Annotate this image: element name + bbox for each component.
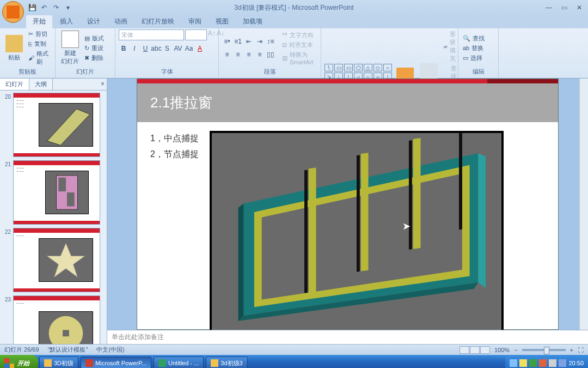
thumb-item[interactable]: 20 • ——• ——• —— <box>2 93 105 157</box>
tray-clock[interactable]: 20:50 <box>568 360 584 366</box>
indent-inc-icon[interactable]: ⇥ <box>255 37 265 46</box>
slide-title[interactable]: 2.1推拉窗 <box>150 93 545 112</box>
shadow-icon[interactable]: S <box>162 44 172 53</box>
align-right-icon[interactable]: ≡ <box>244 50 254 59</box>
status-template: "默认设计模板" <box>48 346 88 354</box>
columns-icon[interactable]: ▯▯ <box>266 50 275 59</box>
zoom-level[interactable]: 100% <box>494 347 510 353</box>
svg-rect-3 <box>67 192 75 206</box>
strikethrough-icon[interactable]: abc <box>151 44 161 53</box>
status-language: 中文(中国) <box>96 346 124 354</box>
tab-view[interactable]: 视图 <box>209 15 235 28</box>
thumbs-tab-slides[interactable]: 幻灯片 <box>0 79 29 90</box>
close-icon[interactable]: ✕ <box>573 3 586 12</box>
layout-button[interactable]: ▤版式 <box>83 34 105 43</box>
zoom-out-icon[interactable]: − <box>514 347 517 353</box>
thumbs-close-icon[interactable]: × <box>101 80 105 88</box>
view-sorter-icon[interactable] <box>470 346 480 354</box>
thumbs-tab-outline[interactable]: 大纲 <box>29 79 53 90</box>
find-button[interactable]: 🔍查找 <box>462 34 486 43</box>
taskbar-item[interactable]: Microsoft PowerP... <box>81 357 151 368</box>
delete-button[interactable]: ✖删除 <box>83 53 105 63</box>
office-button[interactable] <box>2 1 24 23</box>
slide-editor[interactable]: 2.1推拉窗 1，中点捕捉 2，节点捕捉 <box>137 79 559 330</box>
qat-undo-icon[interactable]: ↶ <box>39 3 49 13</box>
fit-window-icon[interactable]: ⛶ <box>578 347 584 353</box>
reset-button[interactable]: ↻重设 <box>83 44 105 53</box>
zoom-in-icon[interactable]: + <box>570 347 573 353</box>
cut-icon: ✂ <box>28 31 33 38</box>
thumb-item[interactable]: 21 • ——• —— <box>2 160 105 225</box>
cut-button[interactable]: ✂剪切 <box>27 29 52 39</box>
italic-icon[interactable]: I <box>130 44 139 53</box>
clipboard-group-label: 剪贴板 <box>3 67 52 77</box>
tab-insert[interactable]: 插入 <box>53 15 79 28</box>
select-button[interactable]: ▭选择 <box>462 53 486 63</box>
convert-smartart-button[interactable]: ▥转换为 SmartArt <box>281 50 317 66</box>
taskbar-item[interactable]: 3d初级3 <box>206 357 247 368</box>
indent-dec-icon[interactable]: ⇤ <box>244 37 254 46</box>
tab-home[interactable]: 开始 <box>26 15 52 28</box>
view-slideshow-icon[interactable] <box>480 346 490 354</box>
bold-icon[interactable]: B <box>119 44 128 53</box>
font-size-select[interactable] <box>185 29 207 40</box>
qat-redo-icon[interactable]: ↷ <box>51 3 61 13</box>
font-color-icon[interactable]: A <box>195 44 205 53</box>
paste-button[interactable]: 粘贴 <box>3 34 25 63</box>
qat-save-icon[interactable]: 💾 <box>27 3 37 13</box>
bullets-icon[interactable]: ≡• <box>222 37 232 46</box>
slide-bullets[interactable]: 1，中点捕捉 2，节点捕捉 <box>150 131 199 330</box>
start-button[interactable]: 开始 <box>0 355 38 368</box>
numbering-icon[interactable]: ≡1 <box>233 37 243 46</box>
slide-3d-render[interactable]: ➤ <box>210 131 504 330</box>
tray-icon[interactable] <box>510 359 517 367</box>
text-direction-icon: ᴬᴮ <box>282 32 287 39</box>
notes-pane[interactable]: 单击此处添加备注 <box>107 330 588 344</box>
thumbs-list[interactable]: 20 • ——• ——• —— 21 • ——• —— <box>0 91 107 344</box>
tab-addins[interactable]: 加载项 <box>236 15 269 28</box>
maximize-icon[interactable]: ▭ <box>558 3 571 12</box>
align-text-button[interactable]: ⊟对齐文本 <box>281 40 317 50</box>
tray-icon[interactable] <box>539 359 547 367</box>
svg-rect-19 <box>459 133 462 230</box>
tray-icon[interactable] <box>519 359 527 367</box>
format-painter-button[interactable]: 🖌格式刷 <box>27 49 52 67</box>
grow-font-icon[interactable]: A↑ <box>208 29 216 40</box>
text-direction-button[interactable]: ᴬᴮ文字方向 <box>281 31 317 40</box>
tray-icon[interactable] <box>559 359 566 367</box>
tray-icon[interactable] <box>549 359 556 367</box>
font-name-select[interactable]: 宋体 <box>119 29 184 40</box>
justify-icon[interactable]: ≡ <box>255 50 265 59</box>
view-normal-icon[interactable] <box>460 346 469 354</box>
replace-button[interactable]: ab替换 <box>462 44 486 53</box>
shape-fill-button[interactable]: ▰形状填充 <box>442 29 458 63</box>
minimize-icon[interactable]: — <box>542 3 555 12</box>
tab-slideshow[interactable]: 幻灯片放映 <box>135 15 181 28</box>
svg-rect-18 <box>409 140 412 250</box>
tab-review[interactable]: 审阅 <box>182 15 208 28</box>
status-slide-count: 幻灯片 26/69 <box>4 346 39 354</box>
taskbar-item[interactable]: 3D初级 <box>39 357 78 368</box>
new-slide-button[interactable]: 新建 幻灯片 <box>59 29 81 67</box>
linespacing-icon[interactable]: ↕≡ <box>266 37 275 46</box>
layout-icon: ▤ <box>84 35 90 42</box>
thumb-item[interactable]: 23 • —— <box>2 295 105 344</box>
vertical-scrollbar[interactable] <box>579 79 588 330</box>
tab-design[interactable]: 设计 <box>81 15 107 28</box>
find-icon: 🔍 <box>463 35 470 42</box>
align-left-icon[interactable]: ≡ <box>222 50 232 59</box>
copy-button[interactable]: ⎘复制 <box>27 39 52 49</box>
spacing-icon[interactable]: AV <box>173 44 183 53</box>
underline-icon[interactable]: U <box>140 44 150 53</box>
tray-icon[interactable] <box>529 359 537 367</box>
case-icon[interactable]: Aa <box>184 44 194 53</box>
svg-rect-13 <box>309 167 316 293</box>
tab-animations[interactable]: 动画 <box>108 15 134 28</box>
paragraph-group-label: 段落 <box>222 67 317 77</box>
thumb-item[interactable]: 22 • —— <box>2 228 105 292</box>
smartart-icon: ▥ <box>282 55 287 62</box>
qat-dropdown-icon[interactable]: ▾ <box>63 3 73 13</box>
zoom-slider[interactable] <box>522 349 566 351</box>
align-center-icon[interactable]: ≡ <box>233 50 243 59</box>
taskbar-item[interactable]: Untitled - ... <box>154 357 204 368</box>
